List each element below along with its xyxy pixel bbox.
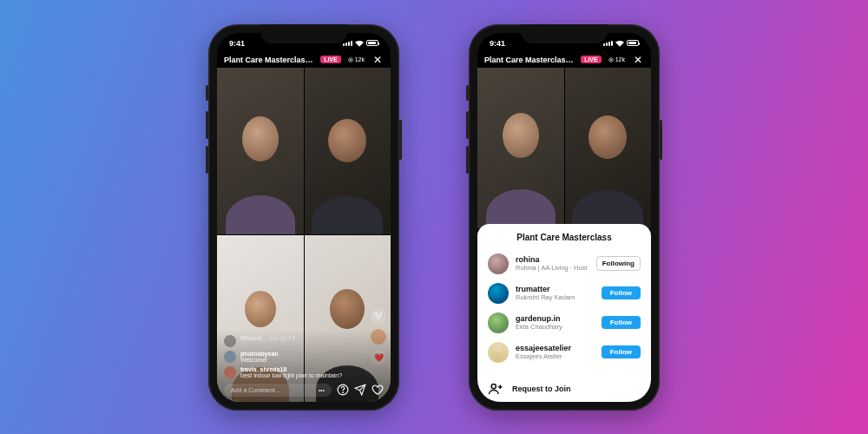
phone-left: 9:41 Plant Care Masterclass… LIVE 12k ✕ — [208, 24, 399, 411]
request-join-icon — [488, 381, 503, 397]
participant-row[interactable]: trumatter Rukmini Ray Kadam Follow — [488, 279, 641, 308]
participant-row[interactable]: essajeesatelier Essajees Atelier Follow — [488, 338, 641, 367]
live-comment: travis_shreds18 best indoor low light pl… — [224, 366, 384, 378]
video-tile[interactable] — [217, 68, 304, 234]
status-time: 9:41 — [490, 39, 505, 48]
close-icon[interactable]: ✕ — [632, 54, 644, 66]
signal-icon — [603, 41, 613, 46]
avatar — [488, 312, 509, 333]
comment-input[interactable]: Add a Comment… ••• — [224, 384, 332, 397]
participant-subtitle: Rukmini Ray Kadam — [516, 293, 595, 301]
heart-icon[interactable] — [372, 384, 384, 396]
phone-right: 9:41 Plant Care Masterclass… LIVE 12k ✕ — [469, 24, 660, 411]
live-badge: LIVE — [581, 56, 602, 63]
request-label: Request to Join — [512, 385, 571, 393]
video-tile[interactable] — [477, 68, 564, 228]
video-grid — [477, 68, 651, 228]
participant-row[interactable]: gardenup.in Ekta Chaudhary Follow — [488, 308, 641, 338]
eye-icon — [608, 57, 614, 62]
live-title[interactable]: Plant Care Masterclass… — [484, 56, 577, 64]
share-icon[interactable] — [354, 384, 366, 396]
eye-icon — [348, 57, 353, 62]
battery-icon — [366, 40, 378, 46]
participants-sheet: Plant Care Masterclass rohina Rohina | A… — [477, 224, 651, 402]
live-title[interactable]: Plant Care Masterclass… — [224, 56, 317, 64]
request-to-join[interactable]: Request to Join — [488, 374, 641, 398]
participant-username: gardenup.in — [516, 314, 595, 323]
video-tile[interactable] — [565, 68, 652, 228]
live-comment: Missed… you go Lit… — [224, 335, 384, 347]
notch — [260, 24, 347, 43]
live-header: Plant Care Masterclass… LIVE 12k ✕ — [477, 54, 651, 66]
sheet-title: Plant Care Masterclass — [488, 233, 641, 242]
svg-point-5 — [610, 59, 612, 61]
comments-overlay: Missed… you go Lit… photosbyean Welcome!… — [217, 330, 391, 402]
question-icon[interactable] — [337, 384, 349, 396]
avatar — [224, 366, 236, 378]
participant-username: essajeesatelier — [516, 344, 595, 352]
screen: 9:41 Plant Care Masterclass… LIVE 12k ✕ — [477, 33, 651, 402]
follow-button[interactable]: Follow — [602, 286, 641, 299]
svg-point-6 — [491, 384, 496, 388]
close-icon[interactable]: ✕ — [372, 54, 384, 66]
reaction-heart[interactable]: 🤍 — [371, 308, 386, 324]
viewer-count[interactable]: 12k — [345, 56, 368, 63]
participant-username: trumatter — [516, 285, 595, 293]
avatar — [224, 335, 236, 347]
live-badge: LIVE — [320, 56, 341, 63]
viewer-count[interactable]: 12k — [605, 56, 628, 63]
avatar — [488, 253, 509, 274]
follow-button[interactable]: Follow — [602, 316, 641, 329]
signal-icon — [343, 41, 352, 46]
avatar — [488, 342, 509, 363]
live-comment: photosbyean Welcome! — [224, 351, 384, 363]
avatar — [224, 351, 236, 363]
participant-subtitle: Essajees Atelier — [516, 352, 595, 360]
wifi-icon — [355, 40, 364, 47]
battery-icon — [627, 40, 639, 46]
participant-row[interactable]: rohina Rohina | AA Living · Host Followi… — [488, 249, 641, 279]
more-icon[interactable]: ••• — [319, 387, 325, 393]
wifi-icon — [615, 40, 624, 47]
participant-subtitle: Ekta Chaudhary — [516, 323, 595, 331]
svg-point-3 — [343, 392, 344, 393]
follow-button[interactable]: Follow — [602, 345, 641, 358]
notch — [521, 24, 608, 43]
svg-point-1 — [350, 59, 352, 61]
following-button[interactable]: Following — [596, 256, 641, 271]
comment-bar: Add a Comment… ••• — [224, 384, 384, 397]
live-header: Plant Care Masterclass… LIVE 12k ✕ — [217, 54, 391, 66]
participant-subtitle: Rohina | AA Living · Host — [516, 264, 589, 272]
status-time: 9:41 — [229, 39, 245, 48]
avatar — [488, 283, 509, 304]
participant-username: rohina — [516, 255, 589, 264]
screen: 9:41 Plant Care Masterclass… LIVE 12k ✕ — [217, 33, 391, 402]
video-tile[interactable] — [305, 68, 391, 234]
